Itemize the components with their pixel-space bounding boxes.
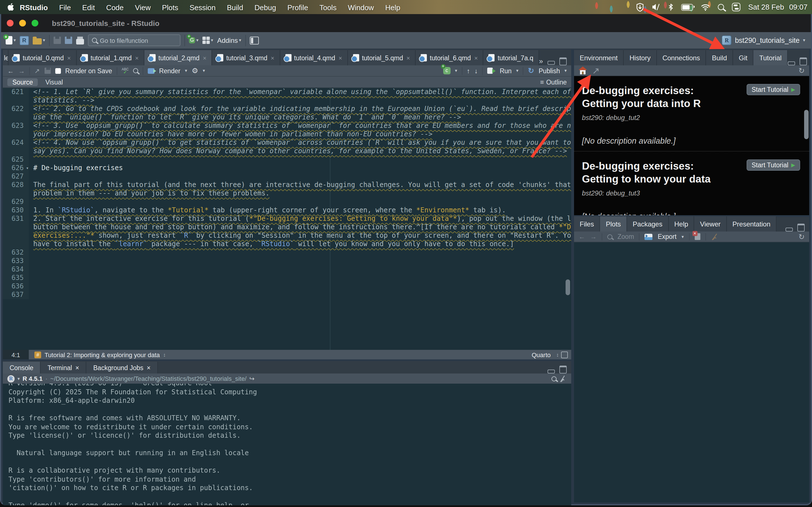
- close-tab-icon[interactable]: ×: [406, 54, 410, 61]
- close-tab-icon[interactable]: ×: [135, 54, 139, 61]
- close-tab-icon[interactable]: ×: [339, 54, 342, 61]
- run-previous-icon[interactable]: ↑: [467, 67, 470, 74]
- clear-plots-icon[interactable]: [711, 233, 718, 240]
- more-tabs-icon[interactable]: »: [539, 57, 543, 65]
- tab-help[interactable]: Help: [668, 216, 694, 231]
- new-project-button[interactable]: R: [20, 36, 29, 45]
- tab-files[interactable]: Files: [574, 216, 600, 231]
- zoom-window-button[interactable]: [32, 20, 38, 26]
- control-center-icon[interactable]: [732, 3, 741, 11]
- open-file-button[interactable]: ▾: [33, 36, 45, 44]
- bluetooth-icon[interactable]: [668, 3, 673, 11]
- menu-item-edit[interactable]: Edit: [77, 3, 101, 11]
- refresh-icon[interactable]: ↻: [799, 66, 805, 75]
- tab-plots[interactable]: Plots: [600, 216, 627, 231]
- window-title-bar[interactable]: bst290_tutorials_site - RStudio: [1, 14, 811, 32]
- minimize-pane-icon[interactable]: [548, 61, 555, 65]
- forward-icon[interactable]: →: [18, 67, 25, 74]
- close-tab-icon[interactable]: ×: [67, 54, 71, 61]
- new-file-button[interactable]: +▾: [6, 36, 16, 45]
- maximize-pane-icon[interactable]: [800, 57, 807, 65]
- console-tab-console[interactable]: Console: [3, 362, 41, 374]
- prev-plot-icon[interactable]: ←: [578, 233, 585, 240]
- clear-console-icon[interactable]: [559, 375, 567, 382]
- menu-item-plots[interactable]: Plots: [156, 3, 184, 11]
- editor-tab-lex.qmd[interactable]: lex.qmd×: [3, 50, 9, 65]
- remove-plot-icon[interactable]: [695, 233, 700, 240]
- menu-item-window[interactable]: Window: [342, 3, 380, 11]
- editor-tab-tutorial_2.qmd[interactable]: tutorial_2.qmd×: [144, 50, 212, 65]
- start-tutorial-button[interactable]: Start Tutorial▶: [747, 84, 800, 95]
- workspace-panes-button[interactable]: ▾: [202, 37, 213, 44]
- menu-item-code[interactable]: Code: [100, 3, 129, 11]
- minimize-pane-icon[interactable]: [548, 369, 555, 373]
- close-tab-icon[interactable]: ×: [75, 364, 79, 371]
- tab-connections[interactable]: Connections: [657, 50, 706, 65]
- maximize-pane-icon[interactable]: [559, 57, 567, 65]
- gear-icon[interactable]: ⚙: [192, 66, 198, 75]
- code-editor[interactable]: 621<!-- 1. Let `R` give you summary stat…: [3, 88, 571, 350]
- render-button[interactable]: Render: [159, 67, 180, 74]
- tab-environment[interactable]: Environment: [574, 50, 624, 65]
- doc-mode[interactable]: Quarto ↕: [532, 351, 571, 358]
- project-selector[interactable]: R bst290_tutorials_site ▾: [722, 36, 805, 45]
- menu-item-help[interactable]: Help: [379, 3, 406, 11]
- publish-button[interactable]: Publish: [539, 67, 560, 74]
- addins-button[interactable]: Addins▾: [217, 36, 241, 44]
- console-tab-background-jobs[interactable]: Background Jobs×: [87, 362, 158, 374]
- editor-tab-tutorial_4.qmd[interactable]: tutorial_4.qmd×: [280, 50, 348, 65]
- menu-item-profile[interactable]: Profile: [282, 3, 314, 11]
- editor-tab-tutorial_0.qmd[interactable]: tutorial_0.qmd×: [9, 50, 77, 65]
- run-button[interactable]: Run: [500, 67, 511, 74]
- source-mode-button[interactable]: Source: [7, 78, 38, 86]
- editor-tab-tutorial_1.qmd[interactable]: tutorial_1.qmd×: [77, 50, 144, 65]
- goto-file-function-box[interactable]: Go to file/function: [88, 34, 181, 46]
- close-tab-icon[interactable]: ×: [271, 54, 274, 61]
- insert-chunk-button[interactable]: c: [443, 67, 450, 74]
- save-doc-button[interactable]: [44, 68, 50, 74]
- apple-logo-icon[interactable]: [7, 3, 14, 11]
- menu-item-build[interactable]: Build: [221, 3, 249, 11]
- back-icon[interactable]: ←: [7, 67, 14, 74]
- close-tab-icon[interactable]: ×: [203, 54, 207, 61]
- minimize-window-button[interactable]: [19, 20, 26, 26]
- tab-viewer[interactable]: Viewer: [695, 216, 727, 231]
- shield-download-icon[interactable]: [636, 3, 644, 11]
- console-tab-terminal[interactable]: Terminal×: [41, 362, 86, 374]
- menu-item-view[interactable]: View: [130, 3, 156, 11]
- save-all-button[interactable]: [65, 37, 72, 44]
- render-on-save-checkbox[interactable]: [55, 68, 61, 73]
- zoom-plot-button[interactable]: Zoom: [617, 233, 634, 240]
- print-button[interactable]: [76, 39, 84, 44]
- find-replace-icon[interactable]: [133, 68, 138, 73]
- menu-item-tools[interactable]: Tools: [314, 3, 342, 11]
- popout-tutorial-icon[interactable]: ↗: [592, 65, 600, 76]
- start-tutorial-button[interactable]: Start Tutorial▶: [747, 159, 800, 171]
- minimize-pane-icon[interactable]: [785, 227, 793, 231]
- console-search-icon[interactable]: [552, 376, 557, 381]
- section-jump-label[interactable]: Tutorial 2: Importing & exploring your d…: [45, 351, 160, 358]
- close-tab-icon[interactable]: ×: [474, 54, 478, 61]
- spellcheck-icon[interactable]: ABC✓: [122, 68, 129, 73]
- r-logo-icon[interactable]: R: [7, 375, 15, 382]
- maximize-pane-icon[interactable]: [797, 224, 805, 231]
- minimize-pane-icon[interactable]: [788, 61, 795, 65]
- tab-presentation[interactable]: Presentation: [727, 216, 777, 231]
- menu-item-rstudio[interactable]: RStudio: [14, 3, 54, 11]
- outline-toggle[interactable]: ≡ Outline: [540, 78, 567, 86]
- editor-tab-tutorial_7a.q[interactable]: tutorial_7a.q: [484, 50, 539, 65]
- menu-item-debug[interactable]: Debug: [249, 3, 282, 11]
- menu-item-session[interactable]: Session: [184, 3, 221, 11]
- tab-build[interactable]: Build: [706, 50, 733, 65]
- export-plot-button[interactable]: Export: [658, 233, 677, 240]
- pane-layout-icon[interactable]: [250, 36, 259, 44]
- home-icon[interactable]: [578, 66, 587, 74]
- menu-item-file[interactable]: File: [54, 3, 77, 11]
- run-next-icon[interactable]: ↓: [474, 67, 478, 74]
- save-button[interactable]: [54, 37, 61, 44]
- tab-tutorial[interactable]: Tutorial: [754, 50, 788, 65]
- popout-icon[interactable]: ↗: [35, 67, 40, 75]
- visual-mode-button[interactable]: Visual: [40, 78, 68, 86]
- spotlight-search-icon[interactable]: [718, 4, 724, 10]
- battery-icon[interactable]: [681, 4, 693, 10]
